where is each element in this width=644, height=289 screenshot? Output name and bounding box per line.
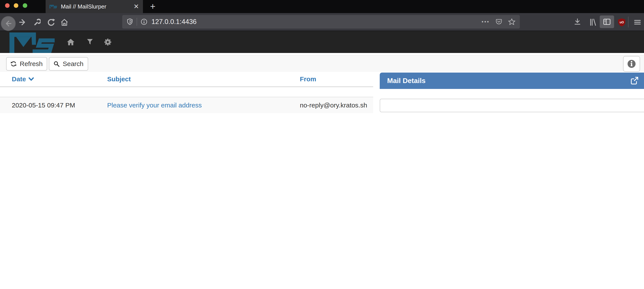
library-button[interactable] <box>589 18 597 26</box>
mail-subject-cell: Please verify your email address <box>107 102 300 109</box>
tab-close-icon[interactable]: ✕ <box>134 3 139 10</box>
mailslurper-favicon <box>50 4 58 9</box>
app-settings-gear-icon[interactable] <box>104 38 112 46</box>
reload-button[interactable] <box>47 18 55 26</box>
home-button[interactable] <box>60 18 68 26</box>
app-home-icon[interactable] <box>67 38 75 46</box>
pocket-icon[interactable] <box>496 18 502 25</box>
new-tab-button[interactable]: + <box>146 0 160 13</box>
browser-tab-bar: Mail // MailSlurper ✕ + <box>0 0 644 13</box>
mail-list-table: Date Subject From 2020-05-15 09:47 PM Pl… <box>0 72 373 113</box>
tracking-protection-shield-icon[interactable] <box>126 18 133 25</box>
app-toolbar: Refresh Search <box>0 55 644 72</box>
window-minimize-button[interactable] <box>14 3 18 8</box>
mail-from-cell: no-reply@ory.kratos.sh <box>300 102 373 109</box>
bookmark-star-icon[interactable] <box>508 18 516 25</box>
back-button[interactable] <box>1 16 16 31</box>
info-button[interactable] <box>623 56 640 72</box>
page-actions-icon[interactable]: ••• <box>482 19 490 25</box>
site-info-icon[interactable] <box>140 18 148 25</box>
search-label: Search <box>63 60 83 67</box>
toolbar-separator <box>628 16 628 27</box>
url-bar[interactable]: 127.0.0.1:4436 ••• <box>122 15 520 28</box>
svg-text:uO: uO <box>620 20 624 24</box>
sidebar-icon <box>603 18 611 26</box>
mail-details-title: Mail Details <box>387 77 426 85</box>
mail-details-body <box>380 99 644 112</box>
back-arrow-icon <box>4 20 12 27</box>
urlbar-separator <box>136 18 137 26</box>
window-zoom-button[interactable] <box>23 3 27 8</box>
downloads-button[interactable] <box>574 18 581 26</box>
tab-title: Mail // MailSlurper <box>61 3 106 10</box>
app-navbar <box>0 31 644 53</box>
forward-button[interactable] <box>18 18 26 26</box>
ublock-origin-icon[interactable]: uO <box>618 18 626 27</box>
browser-toolbar: 127.0.0.1:4436 ••• uO <box>0 13 644 31</box>
refresh-label: Refresh <box>20 60 42 67</box>
mail-list-empty-row <box>0 87 373 97</box>
column-header-subject[interactable]: Subject <box>107 75 300 83</box>
column-header-date[interactable]: Date <box>0 75 107 83</box>
mail-list-header-row: Date Subject From <box>0 72 373 87</box>
search-button[interactable]: Search <box>49 57 88 71</box>
mail-date-cell: 2020-05-15 09:47 PM <box>0 102 107 109</box>
search-icon <box>54 61 60 67</box>
mailslurper-logo <box>8 31 58 53</box>
menu-hamburger-button[interactable] <box>633 18 642 26</box>
wrench-icon[interactable] <box>33 18 40 26</box>
sidebar-toggle-button[interactable] <box>600 15 614 28</box>
mail-list-row[interactable]: 2020-05-15 09:47 PM Please verify your e… <box>0 97 373 113</box>
app-filter-icon[interactable] <box>86 38 94 45</box>
refresh-icon <box>10 61 16 67</box>
column-header-from[interactable]: From <box>300 75 373 83</box>
url-text[interactable]: 127.0.0.1:4436 <box>152 18 197 26</box>
browser-tab[interactable]: Mail // MailSlurper ✕ <box>46 0 143 13</box>
open-in-new-window-icon[interactable] <box>630 76 638 85</box>
refresh-button[interactable]: Refresh <box>6 57 47 71</box>
window-close-button[interactable] <box>5 3 10 8</box>
info-icon <box>627 59 636 68</box>
mail-details-header: Mail Details <box>380 73 644 89</box>
sort-chevron-down-icon <box>28 77 34 81</box>
mail-subject-link[interactable]: Please verify your email address <box>107 102 202 109</box>
